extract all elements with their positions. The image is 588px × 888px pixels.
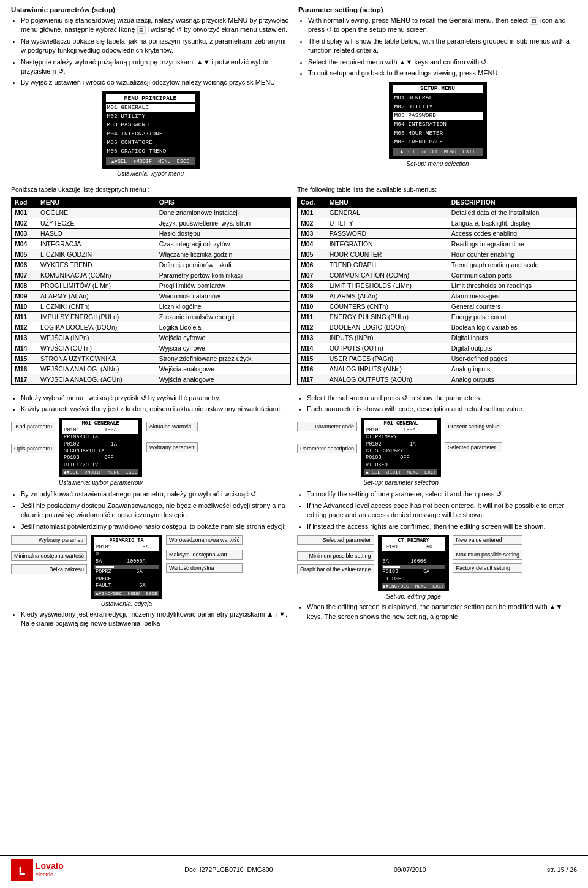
- right-edit-label-selected: Selected parameter: [297, 535, 374, 545]
- right-param-bullet-2: Each parameter is shown with code, descr…: [307, 404, 577, 414]
- right-td-desc: Limit thresholds on readings: [448, 280, 576, 290]
- left-td-menu: KOMUNIKACJA (COMn): [37, 270, 156, 280]
- table-row: M08PROGI LIMITÓW (LIMn)Progi limitów pom…: [12, 280, 291, 290]
- right-td-menu: UTILITY: [326, 218, 448, 228]
- right-bullets: With normal viewing, press MENU to recal…: [298, 16, 577, 78]
- logo-box: L Lovato electric: [11, 859, 64, 881]
- table-row: M12BOOLEAN LOGIC (BOOn)Boolean logic var…: [298, 322, 577, 332]
- left-edit-row-1: P0101 5A: [94, 544, 159, 551]
- left-edit-bullet-1: Kiedy wyświetlony jest ekran edycji, moż…: [21, 610, 291, 629]
- left-menu-screen: MENU PRINCIPALE M01 GENERALE M02 UTILITY…: [102, 91, 200, 169]
- right-td-menu: ALARMS (ALAn): [326, 290, 448, 301]
- right-param-bullet2-3: If instead the access rights are confirm…: [307, 522, 577, 531]
- left-td-kod: M08: [12, 280, 37, 290]
- table-row: M17ANALOG OUTPUTS (AOUn)Analog outputs: [298, 374, 577, 384]
- right-edit-label-newval: New value entered: [453, 535, 522, 545]
- left-edit-label-belka: Belka zakresu: [11, 564, 87, 574]
- left-menu-row-5: M05 CONTATORE: [106, 139, 195, 147]
- left-menu-row-4: M04 INTEGRAZIONE: [106, 130, 195, 139]
- table-row: M17WYJŚCIA ANALOG. (AOUn)Wyjścia analogo…: [12, 374, 291, 384]
- left-td-kod: M10: [12, 301, 37, 311]
- table-row: M13INPUTS (INPn)Digital inputs: [298, 332, 577, 343]
- table-row: M11IMPULSY ENERGII (PULn)Zliczanie impul…: [12, 311, 291, 322]
- left-td-opis: Progi limitów pomiarów: [156, 280, 290, 290]
- left-edit-row-5: POPRZ 5A: [94, 569, 159, 575]
- table-row: M13WEJŚCIA (INPn)Wejścia cyfrowe: [12, 332, 291, 343]
- right-param-row-5: P0103 OFF: [364, 455, 437, 461]
- left-td-menu: LOGIKA BOOLE'A (BOOn): [37, 322, 156, 332]
- right-td-cod: M05: [298, 249, 326, 259]
- table-row: M09ALARMY (ALAn)Wiadomości alarmów: [12, 290, 291, 301]
- left-table-body: M01OGÓLNEDane znamionowe instalacjiM02UŻ…: [12, 207, 291, 384]
- right-menu-screen-title: SETUP MENU: [393, 85, 483, 93]
- table-row: M11ENERGY PULSING (PULn)Energy pulse cou…: [298, 311, 577, 322]
- left-td-kod: M15: [12, 353, 37, 363]
- left-td-menu: WYKRES TREND.: [37, 259, 156, 270]
- right-bullet-3: Select the required menu with ▲▼ keys an…: [308, 58, 577, 67]
- table-row: M12LOGIKA BOOLE'A (BOOn)Logika Boole'a: [12, 322, 291, 332]
- page-footer: L Lovato electric Doc: I272PLGB0710_DMG8…: [0, 855, 588, 883]
- right-td-menu: LIMIT THRESHOLDS (LIMn): [326, 280, 448, 290]
- left-title: Ustawianie parametrów (setup): [11, 6, 290, 13]
- right-td-cod: M03: [298, 228, 326, 238]
- right-label-desc: Parameter description: [297, 444, 357, 453]
- table-row: M14OUTPUTS (OUTn)Digital outputs: [298, 343, 577, 353]
- left-edit-row-2: 0: [94, 551, 159, 558]
- right-td-desc: Energy pulse count: [448, 311, 576, 322]
- left-param-screen-title: M01 GENERALE: [62, 420, 138, 427]
- left-td-menu: WEJŚCIA ANALOG. (AINn): [37, 363, 156, 374]
- left-td-kod: M03: [12, 228, 37, 238]
- left-bullets: Po pojawieniu się standardowej wizualiza…: [11, 16, 290, 88]
- logo-icon: L: [11, 859, 33, 881]
- left-menu-row-1: M01 GENERALE: [106, 104, 195, 112]
- left-td-opis: Wyjścia analogowe: [156, 374, 290, 384]
- table-row: M08LIMIT THRESHOLDS (LIMn)Limit threshol…: [298, 280, 577, 290]
- right-param-screen-title: M01 GENERAL: [364, 420, 437, 427]
- table-row: M14WYJŚCIA (OUTn)Wyjścia cyfrowe: [12, 343, 291, 353]
- right-edit-label-min: Minimum possible setting: [297, 551, 374, 561]
- left-td-opis: Język, podświetlenie, wyś. stron: [156, 218, 290, 228]
- tables-section: Poniższa tabela ukazuje listę dostępnych…: [11, 186, 577, 389]
- right-edit-bullet-1: When the editing screen is displayed, th…: [307, 602, 577, 621]
- right-edit-row-3: 5A 10000: [382, 558, 446, 565]
- right-td-cod: M10: [298, 301, 326, 311]
- left-td-opis: Hasło dostępu: [156, 228, 290, 238]
- left-td-kod: M05: [12, 249, 37, 259]
- left-edit-label-maks: Maksym. dostępna wart.: [166, 550, 243, 560]
- table-row: M15USER PAGES (PAGn)User-defined pages: [298, 353, 577, 363]
- logo-brand: Lovato: [36, 862, 64, 871]
- table-row: M03HASŁOHasło dostępu: [12, 228, 291, 238]
- right-td-desc: Analog inputs: [448, 363, 576, 374]
- left-param-screen-wrap: M01 GENERALE P0101 150A PRIMARIO TA P010…: [59, 418, 143, 487]
- left-edit-label-wartosc: Wartość domyślna: [166, 563, 243, 573]
- right-label-present: Present setting value: [445, 422, 502, 431]
- left-td-kod: M11: [12, 311, 37, 322]
- table-row: M04INTEGRATIONReadings integration time: [298, 238, 577, 249]
- right-edit-labels-left: Selected parameter Minimum possible sett…: [297, 535, 374, 574]
- svg-text:L: L: [19, 865, 26, 877]
- left-menu-table: Kod MENU OPIS M01OGÓLNEDane znamionowe i…: [11, 197, 291, 385]
- right-td-menu: PASSWORD: [326, 228, 448, 238]
- table-row: M05HOUR COUNTERHour counter enabling: [298, 249, 577, 259]
- left-td-kod: M16: [12, 363, 37, 374]
- footer-doc-ref: Doc: I272PLGB0710_DMG800: [184, 866, 273, 873]
- right-td-cod: M08: [298, 280, 326, 290]
- right-menu-row-6: M06 TREND PAGE: [393, 138, 483, 146]
- left-edit-row-3: 5A 10000A: [94, 558, 159, 565]
- table-row: M04INTEGRACJACzas integracji odczytów: [12, 238, 291, 249]
- right-edit-label-factory: Factory default setting: [453, 563, 522, 573]
- left-param-row-6: UTILIZZO TV: [62, 462, 138, 469]
- left-td-menu: WEJŚCIA (INPn): [37, 332, 156, 343]
- table-row: M05LICZNIK GODZINWłączanie licznika godz…: [12, 249, 291, 259]
- left-param-caption: Ustawienia: wybór parametrów: [59, 479, 143, 486]
- table-row: M10LICZNIKI (CNTn)Liczniki ogólne: [12, 301, 291, 311]
- left-col-top: Ustawianie parametrów (setup) Po pojawie…: [11, 6, 290, 181]
- right-edit-row-5: PT USED: [382, 576, 446, 583]
- left-edit-labels-right: Wprowadzona nowa wartość Maksym. dostępn…: [166, 535, 243, 573]
- right-label-selected: Selected parameter: [445, 442, 502, 452]
- left-td-opis: Włączanie licznika godzin: [156, 249, 290, 259]
- right-td-menu: COMMUNICATION (COMn): [326, 270, 448, 280]
- right-td-cod: M02: [298, 218, 326, 228]
- right-td-menu: ENERGY PULSING (PULn): [326, 311, 448, 322]
- logo-sub: electric: [36, 871, 64, 878]
